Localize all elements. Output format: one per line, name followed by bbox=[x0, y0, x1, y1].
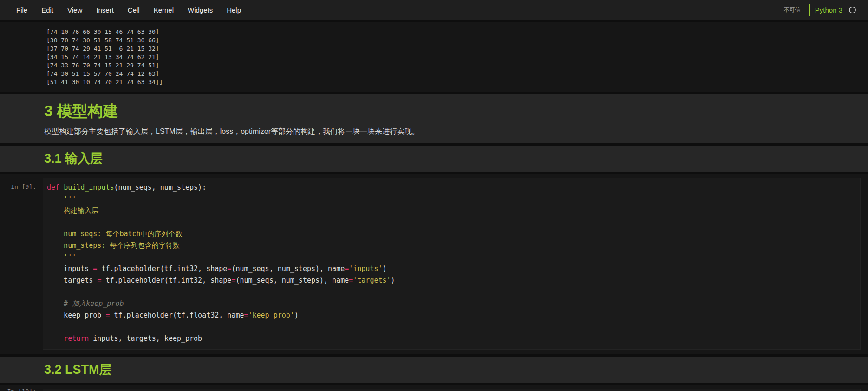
code-line bbox=[47, 321, 856, 333]
output-gutter bbox=[0, 28, 43, 86]
code-line: ''' bbox=[47, 193, 856, 205]
kernel-indicator-area: 不可信 Python 3 bbox=[784, 4, 868, 16]
section-heading-lstm-layer: 3.2 LSTM层 bbox=[44, 362, 854, 377]
code-line: ''' bbox=[47, 252, 856, 263]
code-line: num_steps: 每个序列包含的字符数 bbox=[47, 240, 856, 252]
output-area: [74 10 76 66 30 15 46 74 63 30][30 70 74… bbox=[43, 28, 868, 86]
jupyter-notebook-app: FileEditViewInsertCellKernelWidgetsHelp … bbox=[0, 0, 868, 391]
menu-item-kernel[interactable]: Kernel bbox=[147, 0, 181, 20]
section-heading-model: 3 模型构建 bbox=[44, 102, 854, 120]
input-prompt-next: In [10]: bbox=[0, 388, 36, 391]
menu-item-help[interactable]: Help bbox=[220, 0, 248, 20]
output-line: [30 70 74 30 51 58 74 51 30 66] bbox=[46, 36, 868, 45]
menu-item-widgets[interactable]: Widgets bbox=[181, 0, 220, 20]
previous-cell-output[interactable]: [74 10 76 66 30 15 46 74 63 30][30 70 74… bbox=[0, 22, 868, 92]
output-line: [74 10 76 66 30 15 46 74 63 30] bbox=[46, 28, 868, 36]
output-line: [74 33 76 70 74 15 21 29 74 51] bbox=[46, 61, 868, 70]
section-paragraph-model: 模型构建部分主要包括了输入层，LSTM层，输出层，loss，optimizer等… bbox=[44, 126, 854, 137]
code-line: # 加入keep_prob bbox=[47, 298, 856, 310]
code-line: return inputs, targets, keep_prob bbox=[47, 333, 856, 345]
section-heading-input-layer: 3.1 输入层 bbox=[44, 151, 854, 166]
code-cell-next-partial[interactable]: In [10]: bbox=[0, 385, 868, 391]
code-cell-build-inputs[interactable]: In [9]: def build_inputs(num_seqs, num_s… bbox=[0, 174, 868, 354]
code-line bbox=[47, 286, 856, 298]
code-line: keep_prob = tf.placeholder(tf.float32, n… bbox=[47, 310, 856, 321]
kernel-separator-bar bbox=[809, 4, 810, 16]
markdown-cell-model-section[interactable]: 3 模型构建 模型构建部分主要包括了输入层，LSTM层，输出层，loss，opt… bbox=[0, 94, 868, 143]
code-line bbox=[47, 217, 856, 228]
menu-item-edit[interactable]: Edit bbox=[34, 0, 60, 20]
menu-item-insert[interactable]: Insert bbox=[89, 0, 121, 20]
notebook-container: [74 10 76 66 30 15 46 74 63 30][30 70 74… bbox=[0, 20, 868, 391]
menu-item-view[interactable]: View bbox=[60, 0, 89, 20]
markdown-cell-lstm-layer[interactable]: 3.2 LSTM层 bbox=[0, 357, 868, 383]
output-line: [51 41 30 10 74 70 21 74 63 34]] bbox=[46, 78, 868, 86]
code-line: def build_inputs(num_seqs, num_steps): bbox=[47, 182, 856, 193]
menubar-items: FileEditViewInsertCellKernelWidgetsHelp bbox=[0, 0, 248, 20]
input-prompt: In [9]: bbox=[0, 183, 36, 190]
markdown-cell-input-layer[interactable]: 3.1 输入层 bbox=[0, 146, 868, 172]
output-line: [37 70 74 29 41 51 6 21 15 32] bbox=[46, 45, 868, 53]
trust-status-button[interactable]: 不可信 bbox=[784, 6, 801, 14]
kernel-idle-icon bbox=[849, 7, 856, 13]
code-line: inputs = tf.placeholder(tf.int32, shape=… bbox=[47, 263, 856, 275]
code-line: targets = tf.placeholder(tf.int32, shape… bbox=[47, 275, 856, 286]
output-line: [34 15 74 14 21 13 34 74 62 21] bbox=[46, 53, 868, 61]
input-gutter: In [9]: bbox=[0, 174, 43, 354]
code-editor-next[interactable] bbox=[43, 389, 861, 391]
code-line: 构建输入层 bbox=[47, 205, 856, 217]
code-editor[interactable]: def build_inputs(num_seqs, num_steps): '… bbox=[43, 178, 861, 350]
code-line: num_seqs: 每个batch中的序列个数 bbox=[47, 228, 856, 240]
menu-item-cell[interactable]: Cell bbox=[121, 0, 147, 20]
input-gutter-next: In [10]: bbox=[0, 385, 43, 391]
menubar: FileEditViewInsertCellKernelWidgetsHelp … bbox=[0, 0, 868, 20]
output-line: [74 30 51 15 57 70 24 74 12 63] bbox=[46, 70, 868, 78]
menu-item-file[interactable]: File bbox=[9, 0, 34, 20]
kernel-name-label: Python 3 bbox=[815, 6, 842, 14]
